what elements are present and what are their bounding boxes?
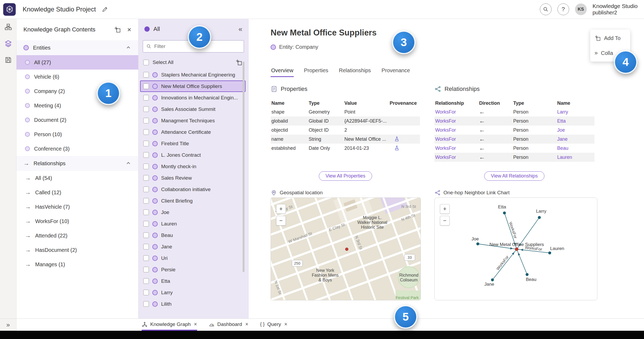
chart-node-beau[interactable]: [526, 273, 529, 276]
bottom-tab-knowledge-graph[interactable]: Knowledge Graph ×: [142, 319, 197, 331]
app-logo[interactable]: [3, 3, 16, 16]
user-menu[interactable]: Knowledge Studio publisher2: [593, 3, 638, 15]
tab-overview[interactable]: Overview: [271, 66, 294, 77]
table-row[interactable]: establishedDate Only2014-01-23: [271, 144, 420, 153]
entity-link[interactable]: Larry: [556, 109, 594, 115]
provenance-icon[interactable]: [394, 145, 400, 151]
relationship-filter-item[interactable]: →Manages (1): [17, 257, 138, 272]
chart-node-jane[interactable]: [491, 279, 494, 281]
graph-item[interactable]: Larry: [138, 287, 248, 298]
graph-item[interactable]: Attendance Certificate: [138, 126, 248, 138]
entity-filter-item[interactable]: Person (10): [17, 127, 138, 142]
graph-item[interactable]: Collaboration initiative: [138, 184, 248, 195]
entity-link[interactable]: Lauren: [556, 155, 594, 160]
table-row[interactable]: nameStringNew Metal Office ...: [271, 135, 420, 144]
entity-link[interactable]: Etta: [556, 118, 594, 124]
entity-link[interactable]: Joe: [556, 127, 594, 133]
close-tab-icon[interactable]: ×: [245, 321, 248, 327]
table-row[interactable]: WorksFor←PersonBeau: [434, 144, 594, 153]
entity-filter-item[interactable]: Document (2): [17, 113, 138, 127]
relationships-section-header[interactable]: → Relationships: [17, 156, 138, 171]
close-tab-icon[interactable]: ×: [284, 321, 287, 327]
relationship-filter-item[interactable]: →Attended (22): [17, 228, 138, 243]
entity-link[interactable]: Jane: [556, 136, 594, 142]
close-panel-button[interactable]: ×: [127, 26, 131, 33]
entity-filter-item[interactable]: Conference (3): [17, 142, 138, 156]
provenance-icon[interactable]: [394, 136, 400, 142]
bottom-tab-query[interactable]: { } Query ×: [260, 319, 287, 331]
graph-item[interactable]: Persie: [138, 264, 248, 275]
graph-item[interactable]: Etta: [138, 275, 248, 287]
relationship-filter-item[interactable]: →WorksFor (10): [17, 214, 138, 228]
relationship-link[interactable]: WorksFor: [434, 136, 478, 142]
chart-zoom-out-button[interactable]: −: [440, 216, 450, 225]
tab-relationships[interactable]: Relationships: [339, 66, 372, 77]
chart-node-lauren[interactable]: [548, 252, 551, 255]
entity-filter-item[interactable]: All (27): [17, 55, 138, 70]
relationship-link[interactable]: WorksFor: [434, 109, 478, 115]
graph-item[interactable]: New Metal Office Suppliers: [140, 80, 246, 92]
entity-filter-item[interactable]: Meeting (4): [17, 98, 138, 113]
graph-item[interactable]: Beau: [138, 229, 248, 241]
chart-node-etta[interactable]: [503, 212, 506, 215]
table-row[interactable]: globalidGlobal ID{A228944F-0EF5-...: [271, 116, 420, 126]
graph-item[interactable]: Sales Associate Summit: [138, 103, 248, 115]
link-chart-view[interactable]: + − WorksForWorksForWorksForEttaLarryJoe…: [434, 197, 597, 300]
map-zoom-in-button[interactable]: +: [276, 204, 286, 214]
table-row[interactable]: shapeGeometryPoint: [271, 107, 420, 116]
relationship-filter-item[interactable]: →HasDocument (2): [17, 243, 138, 257]
relationship-filter-item[interactable]: →All (54): [17, 171, 138, 185]
entity-filter-item[interactable]: Vehicle (6): [17, 70, 138, 84]
map-zoom-out-button[interactable]: −: [276, 216, 286, 225]
data-model-button[interactable]: [2, 21, 14, 33]
table-row[interactable]: WorksFor←PersonEtta: [434, 116, 594, 126]
relationship-filter-item[interactable]: →HasVehicle (7): [17, 200, 138, 214]
add-to-menu-item[interactable]: Add To: [590, 31, 630, 46]
scrollbar[interactable]: [243, 62, 244, 272]
relationship-link[interactable]: WorksFor: [434, 127, 478, 133]
graph-item[interactable]: Jane: [138, 241, 248, 252]
table-row[interactable]: WorksFor←PersonLarry: [434, 107, 594, 116]
view-all-properties-button[interactable]: View All Properties: [319, 171, 372, 181]
graph-item[interactable]: Lauren: [138, 218, 248, 229]
collapse-panel-icon[interactable]: «: [239, 25, 242, 33]
chart-zoom-in-button[interactable]: +: [440, 204, 450, 214]
table-row[interactable]: WorksFor←PersonJane: [434, 135, 594, 144]
relationship-filter-item[interactable]: →Called (12): [17, 185, 138, 200]
graph-item[interactable]: Client Briefing: [138, 195, 248, 207]
avatar[interactable]: KS: [575, 3, 587, 15]
entity-link[interactable]: Beau: [556, 146, 594, 151]
relationship-link[interactable]: WorksFor: [434, 155, 478, 160]
add-content-button[interactable]: [114, 26, 121, 33]
graph-item[interactable]: Montly check-in: [138, 161, 248, 172]
tab-provenance[interactable]: Provenance: [381, 66, 411, 77]
save-button[interactable]: [2, 54, 14, 66]
graph-item[interactable]: Joe: [138, 207, 248, 218]
graph-item[interactable]: Lilith: [138, 298, 248, 310]
graph-item[interactable]: Firebird Title: [138, 138, 248, 149]
table-row[interactable]: objectidObject ID2: [271, 126, 420, 135]
graph-item[interactable]: Staplers Mechanical Engineering: [138, 69, 248, 80]
table-row[interactable]: WorksFor←PersonJoe: [434, 126, 594, 135]
graph-item[interactable]: Innovations in Mechanical Engin...: [138, 92, 248, 103]
edit-title-icon[interactable]: [102, 6, 108, 13]
relationship-link[interactable]: WorksFor: [434, 118, 478, 124]
chart-node-joe[interactable]: [476, 243, 479, 245]
view-all-relationships-button[interactable]: View All Relationships: [484, 171, 544, 181]
map-view[interactable]: + −: [271, 197, 421, 300]
expand-rail-button[interactable]: »: [0, 319, 17, 331]
layers-button[interactable]: [2, 38, 14, 49]
tab-properties[interactable]: Properties: [303, 66, 329, 77]
search-button[interactable]: [540, 3, 552, 15]
help-button[interactable]: ?: [557, 3, 569, 15]
graph-item[interactable]: L. Jones Contract: [138, 149, 248, 161]
table-row[interactable]: WorksFor←PersonLauren: [434, 153, 594, 162]
bottom-tab-dashboard[interactable]: Dashboard ×: [209, 319, 248, 331]
chart-center-node[interactable]: [515, 248, 518, 251]
entities-section-header[interactable]: Entities: [17, 40, 138, 55]
graph-item[interactable]: Uri: [138, 252, 248, 264]
relationship-link[interactable]: WorksFor: [434, 146, 478, 151]
add-selection-button[interactable]: [235, 59, 242, 66]
chart-node-larry[interactable]: [538, 216, 541, 219]
close-tab-icon[interactable]: ×: [194, 321, 197, 327]
